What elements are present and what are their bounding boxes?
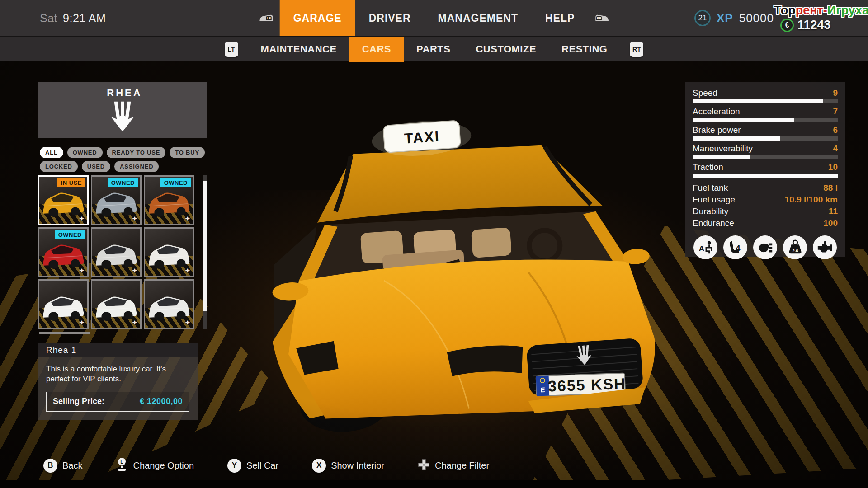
main-nav: LB GARAGE DRIVER MANAGEMENT HELP RB bbox=[253, 0, 616, 36]
car-thumbnail[interactable]: ✦ bbox=[144, 279, 194, 329]
bottom-letterbox bbox=[0, 480, 868, 488]
site-watermark: Торрент-Игруха.Орг bbox=[774, 4, 868, 18]
rhea-trident-logo bbox=[106, 100, 139, 133]
dpad-icon bbox=[418, 459, 430, 473]
svg-text:L: L bbox=[121, 459, 124, 465]
car-thumbnail[interactable]: IN USE ✦ bbox=[38, 175, 89, 225]
action-sell-car[interactable]: Y Sell Car bbox=[227, 459, 278, 473]
action-show-interior[interactable]: X Show Interior bbox=[312, 459, 384, 473]
money-status: € 11243 bbox=[780, 18, 831, 32]
sparkle-icon: ✦ bbox=[132, 267, 137, 275]
stat-bar bbox=[693, 99, 838, 103]
action-change-option[interactable]: L Change Option bbox=[116, 457, 194, 474]
action-change-filter[interactable]: Change Filter bbox=[418, 459, 489, 473]
euro-icon: € bbox=[780, 19, 794, 32]
car-thumbnail[interactable]: OWNED ✦ bbox=[144, 175, 194, 225]
tab-garage[interactable]: GARAGE bbox=[280, 0, 355, 36]
detail-fuel-tank: Fuel tank88 l bbox=[693, 183, 838, 193]
filter-to-buy[interactable]: TO BUY bbox=[170, 147, 205, 158]
filter-ready-to-use[interactable]: READY TO USE bbox=[107, 147, 166, 158]
stat-bar bbox=[693, 155, 838, 159]
garage-sub-nav: LT MAINTENANCE CARS PARTS CUSTOMIZE REST… bbox=[0, 36, 868, 61]
detail-durability: Durability11 bbox=[693, 206, 838, 216]
y-button-icon: Y bbox=[227, 459, 241, 473]
filter-used[interactable]: USED bbox=[82, 161, 110, 172]
detail-fuel-usage: Fuel usage10.9 l/100 km bbox=[693, 195, 838, 205]
top-status-bar: Sat9:21 AM LB GARAGE DRIVER MANAGEMENT H… bbox=[0, 0, 868, 36]
level-badge: 21 bbox=[694, 10, 711, 26]
filter-locked[interactable]: LOCKED bbox=[40, 161, 78, 172]
subtab-resting[interactable]: RESTING bbox=[549, 37, 620, 62]
sparkle-icon: ✦ bbox=[79, 267, 85, 275]
car-thumbnail[interactable]: ✦ bbox=[144, 227, 194, 277]
svg-text:RB: RB bbox=[596, 16, 601, 20]
selling-price-label: Selling Price: bbox=[53, 397, 104, 406]
rt-trigger-icon[interactable]: RT bbox=[630, 42, 643, 57]
status-badge: IN USE bbox=[57, 178, 85, 187]
action-back[interactable]: B Back bbox=[43, 459, 82, 473]
brand-name: RHEA bbox=[107, 87, 142, 99]
car-thumbnail-grid: IN USE ✦ OWNED ✦ OWNED ✦ OWNED ✦ ✦ ✦ ✦ ✦… bbox=[38, 175, 194, 329]
x-button-icon: X bbox=[312, 459, 326, 473]
controller-action-bar: B Back L Change Option Y Sell Car X Show… bbox=[43, 453, 489, 478]
car-3d-preview: E 3655 KSH TAXI bbox=[248, 117, 659, 433]
car-filters: ALL OWNED READY TO USE TO BUY LOCKED USE… bbox=[40, 147, 212, 175]
subtab-maintenance[interactable]: MAINTENANCE bbox=[248, 37, 349, 62]
tab-help[interactable]: HELP bbox=[532, 0, 588, 36]
money-value: 11243 bbox=[797, 18, 831, 32]
stat-bar bbox=[693, 136, 838, 141]
tab-management[interactable]: MANAGEMENT bbox=[425, 0, 532, 36]
stat-bar bbox=[693, 118, 838, 122]
car-thumbnail[interactable]: OWNED ✦ bbox=[38, 227, 89, 277]
filter-assigned[interactable]: ASSIGNED bbox=[114, 161, 159, 172]
subtab-cars[interactable]: CARS bbox=[349, 37, 404, 62]
svg-text:2.6: 2.6 bbox=[792, 248, 798, 253]
selling-price-value: € 12000,00 bbox=[140, 397, 183, 406]
grid-page-indicator bbox=[39, 332, 90, 334]
filter-all[interactable]: ALL bbox=[40, 147, 63, 158]
grid-scrollbar-thumb[interactable] bbox=[203, 181, 207, 311]
b-button-icon: B bbox=[43, 459, 57, 473]
stat-traction: Traction10 bbox=[693, 162, 838, 178]
day-label: Sat bbox=[40, 12, 57, 24]
seats-icon: 4 bbox=[723, 235, 747, 259]
sparkle-icon: ✦ bbox=[184, 215, 190, 223]
car-name: Rhea 1 bbox=[38, 343, 198, 357]
detail-endurance: Endurance100 bbox=[693, 218, 838, 228]
sparkle-icon: ✦ bbox=[184, 267, 190, 275]
car-thumbnail[interactable]: ✦ bbox=[91, 227, 142, 277]
brand-panel: RHEA bbox=[38, 82, 207, 138]
sparkle-icon: ✦ bbox=[184, 319, 190, 327]
weight-icon: 2.6 bbox=[783, 235, 807, 259]
automatic-transmission-icon: A bbox=[693, 235, 717, 259]
subtab-customize[interactable]: CUSTOMIZE bbox=[463, 37, 549, 62]
car-stats-panel: Speed9 Acceleration7 Brake power6 Maneuv… bbox=[685, 82, 845, 257]
status-badge: OWNED bbox=[55, 230, 85, 239]
car-thumbnail[interactable]: ✦ bbox=[38, 279, 89, 329]
lt-trigger-icon[interactable]: LT bbox=[225, 42, 238, 57]
rb-bumper-icon[interactable]: RB bbox=[594, 14, 609, 22]
spec-icons-row: A 4 2.6 bbox=[693, 235, 838, 259]
status-badge: OWNED bbox=[108, 178, 138, 187]
sparkle-icon: ✦ bbox=[79, 215, 85, 223]
car-thumbnail[interactable]: OWNED ✦ bbox=[91, 175, 142, 225]
selected-car-info: Rhea 1 This is a comfortable luxury car.… bbox=[38, 343, 198, 420]
xp-label: XP bbox=[717, 11, 733, 25]
xp-status: 21 XP 50000 bbox=[694, 0, 774, 36]
filter-owned[interactable]: OWNED bbox=[67, 147, 103, 158]
left-stick-icon: L bbox=[116, 457, 128, 474]
subtab-parts[interactable]: PARTS bbox=[404, 37, 463, 62]
lb-bumper-icon[interactable]: LB bbox=[259, 14, 274, 22]
taxi-car-illustration: E 3655 KSH TAXI bbox=[248, 117, 659, 433]
time-label: 9:21 AM bbox=[63, 12, 106, 24]
car-description: This is a comfortable luxury car. It's p… bbox=[46, 364, 186, 385]
grid-scrollbar-track[interactable] bbox=[203, 175, 207, 329]
svg-text:A: A bbox=[698, 244, 704, 253]
tab-driver[interactable]: DRIVER bbox=[355, 0, 425, 36]
stat-brake-power: Brake power6 bbox=[693, 125, 838, 141]
stat-speed: Speed9 bbox=[693, 88, 838, 103]
trunk-capacity-icon bbox=[753, 235, 777, 259]
plate-country: E bbox=[540, 386, 545, 394]
car-thumbnail[interactable]: ✦ bbox=[91, 279, 142, 329]
xp-value: 50000 bbox=[739, 11, 774, 25]
